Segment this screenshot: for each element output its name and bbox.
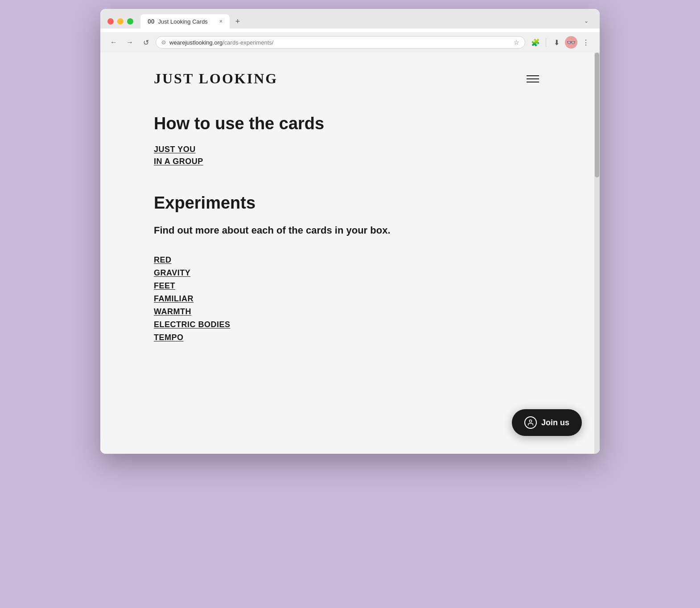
toolbar-divider xyxy=(546,38,546,47)
url-domain: wearejustlooking.org xyxy=(169,39,222,46)
card-link[interactable]: ELECTRIC BODIES xyxy=(154,320,541,329)
site-header: JUST LOOKING xyxy=(154,70,541,87)
browser-toolbar: ← → ↺ ⊙ wearejustlooking.org/cards-exper… xyxy=(100,32,600,53)
card-link[interactable]: RED xyxy=(154,255,541,265)
tab-favicon: 00 xyxy=(148,18,155,25)
hamburger-line-2 xyxy=(527,78,539,79)
experiments-title: Experiments xyxy=(154,193,541,214)
card-links-list: REDGRAVITYFEETFAMILIARWARMTHELECTRIC BOD… xyxy=(154,255,541,342)
join-us-icon xyxy=(524,416,537,429)
back-button[interactable]: ← xyxy=(107,36,120,49)
address-bar[interactable]: ⊙ wearejustlooking.org/cards-experiments… xyxy=(156,36,525,49)
card-link[interactable]: GRAVITY xyxy=(154,268,541,278)
how-to-title: How to use the cards xyxy=(154,114,541,134)
reload-button[interactable]: ↺ xyxy=(140,36,152,49)
forward-button[interactable]: → xyxy=(124,36,136,49)
site-logo: JUST LOOKING xyxy=(154,70,278,87)
traffic-lights xyxy=(107,18,133,25)
tab-title: Just Looking Cards xyxy=(158,18,216,25)
url-path: /cards-experiments/ xyxy=(222,39,273,46)
join-us-button[interactable]: Join us xyxy=(512,409,582,436)
title-bar: 00 Just Looking Cards × + ⌄ xyxy=(107,14,593,29)
minimize-button[interactable] xyxy=(117,18,124,25)
toolbar-actions: 🧩 ⬇ 👓 ⋮ xyxy=(529,36,593,49)
download-button[interactable]: ⬇ xyxy=(550,36,563,49)
card-link[interactable]: FAMILIAR xyxy=(154,294,541,304)
website-content: JUST LOOKING How to use the cards JUST Y… xyxy=(100,53,600,454)
site-wrapper: JUST LOOKING How to use the cards JUST Y… xyxy=(127,53,573,360)
svg-point-0 xyxy=(529,420,531,422)
scrollbar-thumb[interactable] xyxy=(595,53,599,177)
active-tab[interactable]: 00 Just Looking Cards × xyxy=(140,14,230,29)
scrollbar[interactable] xyxy=(594,53,600,454)
address-bar-security-icon: ⊙ xyxy=(161,39,166,45)
bookmark-star-icon[interactable]: ☆ xyxy=(514,39,519,46)
card-link[interactable]: FEET xyxy=(154,281,541,291)
experiments-section: Experiments Find out more about each of … xyxy=(154,193,541,342)
card-link[interactable]: WARMTH xyxy=(154,307,541,316)
hamburger-menu-button[interactable] xyxy=(525,74,541,84)
profile-avatar[interactable]: 👓 xyxy=(565,36,577,49)
close-button[interactable] xyxy=(107,18,114,25)
join-us-label: Join us xyxy=(541,418,569,427)
address-bar-url: wearejustlooking.org/cards-experiments/ xyxy=(169,39,510,46)
extensions-button[interactable]: 🧩 xyxy=(529,36,542,49)
new-tab-button[interactable]: + xyxy=(231,15,244,28)
experiments-subtitle: Find out more about each of the cards in… xyxy=(154,224,541,238)
just-you-link[interactable]: JUST YOU xyxy=(154,145,541,154)
browser-chrome: 00 Just Looking Cards × + ⌄ xyxy=(100,9,600,29)
tab-bar: 00 Just Looking Cards × + xyxy=(140,14,244,29)
more-options-button[interactable]: ⋮ xyxy=(579,36,593,49)
browser-window: 00 Just Looking Cards × + ⌄ ← → ↺ ⊙ wear… xyxy=(100,9,600,454)
hamburger-line-3 xyxy=(527,82,539,82)
in-a-group-link[interactable]: IN A GROUP xyxy=(154,157,541,166)
how-to-nav-links: JUST YOU IN A GROUP xyxy=(154,145,541,166)
hamburger-line-1 xyxy=(527,75,539,76)
tab-close-button[interactable]: × xyxy=(219,18,222,25)
tab-dropdown-button[interactable]: ⌄ xyxy=(580,15,593,27)
card-link[interactable]: TEMPO xyxy=(154,333,541,342)
maximize-button[interactable] xyxy=(127,18,133,25)
